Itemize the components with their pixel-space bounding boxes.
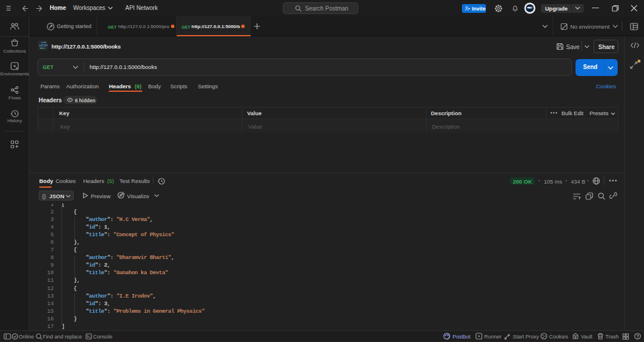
svg-text:HTTP: HTTP xyxy=(39,44,47,47)
